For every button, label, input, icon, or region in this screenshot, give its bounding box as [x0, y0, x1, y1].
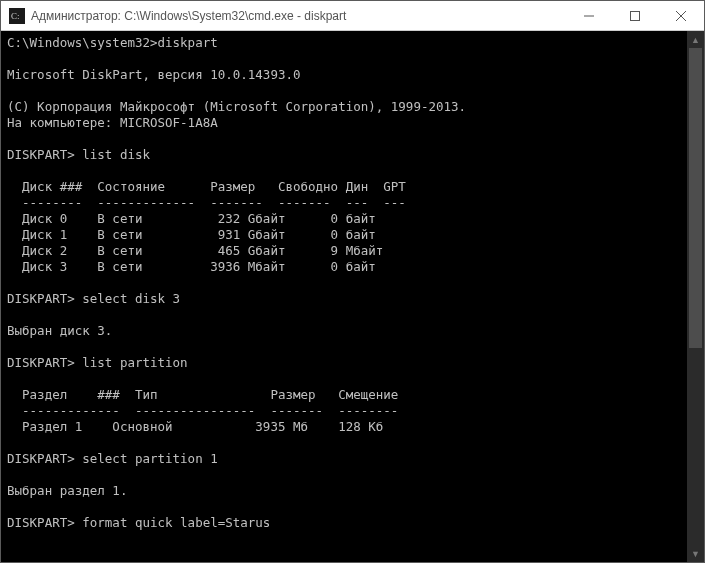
output-line: Выбран диск 3.	[7, 323, 112, 338]
partition-table-row: Раздел 1 Основной 3935 Mб 128 Кб	[7, 419, 383, 434]
svg-rect-3	[631, 11, 640, 20]
scroll-down-arrow[interactable]: ▼	[687, 545, 704, 562]
client-area: C:\Windows\system32>diskpart Microsoft D…	[1, 31, 704, 562]
window-controls	[566, 1, 704, 30]
output-line: Выбран раздел 1.	[7, 483, 127, 498]
output-line: DISKPART> list disk	[7, 147, 150, 162]
vertical-scrollbar[interactable]: ▲ ▼	[687, 31, 704, 562]
disk-table-row: Диск 0 В сети 232 Gбайт 0 байт	[7, 211, 376, 226]
output-line: Microsoft DiskPart, версия 10.0.14393.0	[7, 67, 301, 82]
disk-table-row: Диск 3 В сети 3936 Mбайт 0 байт	[7, 259, 376, 274]
titlebar[interactable]: C: Администратор: C:\Windows\System32\cm…	[1, 1, 704, 31]
disk-table-row: Диск 1 В сети 931 Gбайт 0 байт	[7, 227, 376, 242]
output-line: DISKPART> list partition	[7, 355, 188, 370]
cmd-icon: C:	[9, 8, 25, 24]
output-line: DISKPART> select partition 1	[7, 451, 218, 466]
output-line: DISKPART> select disk 3	[7, 291, 180, 306]
output-line: DISKPART> format quick label=Starus	[7, 515, 270, 530]
close-button[interactable]	[658, 1, 704, 30]
cmd-window: C: Администратор: C:\Windows\System32\cm…	[0, 0, 705, 563]
scrollbar-thumb[interactable]	[689, 48, 702, 348]
partition-table-header: Раздел ### Тип Размер Смещение	[7, 387, 398, 402]
disk-table-row: Диск 2 В сети 465 Gбайт 9 Mбайт	[7, 243, 383, 258]
svg-text:C:: C:	[11, 11, 20, 21]
partition-table-separator: ------------- ---------------- ------- -…	[7, 403, 398, 418]
minimize-button[interactable]	[566, 1, 612, 30]
terminal-output[interactable]: C:\Windows\system32>diskpart Microsoft D…	[1, 31, 687, 562]
output-line: (C) Корпорация Майкрософт (Microsoft Cor…	[7, 99, 466, 114]
disk-table-separator: -------- ------------- ------- ------- -…	[7, 195, 406, 210]
output-line: C:\Windows\system32>diskpart	[7, 35, 218, 50]
window-title: Администратор: C:\Windows\System32\cmd.e…	[31, 9, 566, 23]
output-line: На компьютере: MICROSOF-1A8A	[7, 115, 218, 130]
disk-table-header: Диск ### Состояние Размер Свободно Дин G…	[7, 179, 406, 194]
scroll-up-arrow[interactable]: ▲	[687, 31, 704, 48]
maximize-button[interactable]	[612, 1, 658, 30]
